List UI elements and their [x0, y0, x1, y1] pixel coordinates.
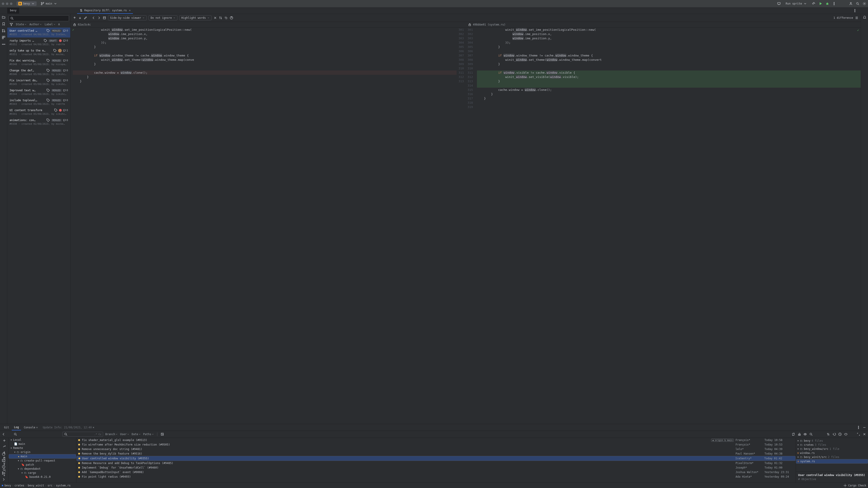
close-dot[interactable]: [2, 2, 4, 5]
bookmarks-icon[interactable]: [2, 22, 5, 26]
detail-crates[interactable]: ▾ 🗀 crates 3 files: [796, 443, 868, 447]
breadcrumb-item[interactable]: bevy_winit: [28, 484, 44, 487]
breadcrumb-item[interactable]: src: [48, 484, 53, 487]
pr-item[interactable]: rusty imports …DRAFT0#9352 · created 04/…: [7, 37, 70, 47]
help-icon[interactable]: [230, 16, 233, 20]
pr-item[interactable]: Fix incorrent do…MERGED0#9345 · created …: [7, 77, 70, 87]
git-icon[interactable]: [2, 471, 5, 475]
breadcrumb-item[interactable]: crates: [14, 484, 24, 487]
forward-icon[interactable]: [97, 16, 101, 20]
pr-item[interactable]: UI content transform0#9341 · created 03/…: [7, 107, 70, 117]
gear-icon[interactable]: [843, 484, 847, 487]
pr-item[interactable]: include toplevel…MERGED0#9343 · created …: [7, 97, 70, 107]
tab-log[interactable]: Log: [12, 424, 21, 430]
folder-icon[interactable]: [2, 15, 5, 19]
run-config[interactable]: Run sprite: [784, 1, 809, 6]
zoom-dot[interactable]: [10, 2, 12, 5]
open-new-tab-icon[interactable]: [160, 432, 164, 436]
pr-item[interactable]: animations: con…MERGED0#9338 · created 0…: [7, 117, 70, 127]
commit-row[interactable]: Fix point light radius (#9493)Ada Hieta*…: [76, 475, 796, 479]
device-icon[interactable]: [777, 2, 781, 5]
more-icon[interactable]: [832, 2, 836, 5]
structure-icon[interactable]: [2, 36, 5, 39]
status-indicator[interactable]: [2, 485, 3, 486]
detail-bwin[interactable]: ▾ 🗀 bevy_winit/src 2 files: [796, 455, 868, 459]
tree-local-main[interactable]: 📄 main: [8, 442, 76, 446]
detail-root[interactable]: ▾ 🗀 bevy 4 files: [796, 439, 868, 443]
next-change-icon[interactable]: [78, 16, 82, 20]
commit-row[interactable]: Remove unnecessary doc string (#9481)lel…: [76, 447, 796, 451]
editor-tab[interactable]: Repository Diff: system.rs ×: [77, 7, 133, 14]
pull-request-icon[interactable]: [2, 29, 5, 33]
tab-git[interactable]: Git: [2, 425, 11, 430]
tree-cpr[interactable]: ▾ 🗀 create-pull-request: [8, 459, 76, 463]
filter-label[interactable]: Label: [44, 23, 55, 26]
vcs-chip[interactable]: main: [39, 1, 59, 6]
collab-icon[interactable]: [849, 2, 852, 5]
filter-author[interactable]: Author: [29, 23, 42, 26]
diff-right-pane[interactable]: 3013023033043053063073083093103113123133…: [466, 28, 861, 424]
goto-icon[interactable]: [809, 432, 813, 436]
gear-icon[interactable]: [224, 16, 228, 20]
pr-item[interactable]: Fix doc warning…MERGED0#9348 · created 0…: [7, 57, 70, 67]
expand-icon[interactable]: [103, 16, 106, 20]
history-icon[interactable]: [838, 432, 842, 436]
debug-icon[interactable]: [826, 2, 829, 5]
case-toggle[interactable]: Cc: [98, 433, 101, 436]
close-icon[interactable]: [863, 432, 866, 436]
log-search[interactable]: .* Cc: [62, 432, 103, 437]
terminal-icon[interactable]: [2, 459, 5, 462]
filter-branch[interactable]: Branch: [105, 433, 118, 436]
rust-icon[interactable]: [2, 452, 5, 456]
pr-item[interactable]: Change the def…MERGED0#9346 · created 03…: [7, 67, 70, 77]
filter-icon[interactable]: [9, 23, 13, 26]
close-tab-icon[interactable]: ×: [129, 9, 131, 12]
more-icon[interactable]: [853, 9, 857, 12]
commit-row[interactable]: fix shader_material_glsl example (#9513)…: [76, 438, 796, 442]
tree-cargo[interactable]: ▾ 🗀 cargo: [8, 471, 76, 475]
tab-update-info[interactable]: Update Info: 21/08/2023, 12:40×: [40, 426, 96, 429]
expand-icon[interactable]: [857, 432, 860, 436]
viewer-select[interactable]: Side-by-side viewer: [108, 15, 147, 20]
detail-bw[interactable]: ▾ 🗀 bevy_window/src 1 file: [796, 447, 868, 451]
notifications-icon[interactable]: [863, 15, 866, 19]
close-icon[interactable]: [213, 16, 217, 20]
highlight-select[interactable]: Highlight words: [179, 15, 211, 20]
breadcrumb-item[interactable]: system.rs: [56, 484, 70, 487]
checkout-icon[interactable]: [2, 445, 6, 448]
detail-system-rs[interactable]: ⚙ system.rs: [796, 459, 868, 464]
tree-dependabot[interactable]: ▾ 🗀 dependabot: [8, 467, 76, 471]
more-icon[interactable]: [857, 426, 860, 429]
compare-icon[interactable]: [827, 432, 830, 436]
commit-row[interactable]: Add `GamepadButtonInput` event (#9008)Jo…: [76, 470, 796, 475]
sync-scroll-icon[interactable]: [219, 16, 222, 20]
pr-item[interactable]: only take up to the m…1#9351 · created 0…: [7, 47, 70, 57]
filter-state[interactable]: State: [16, 23, 27, 26]
list-icon[interactable]: [855, 16, 859, 20]
refresh-icon[interactable]: [792, 432, 795, 436]
close-icon[interactable]: ×: [36, 426, 38, 429]
commit-row[interactable]: Remove Resource and add Debug to TaskPoo…: [76, 461, 796, 465]
minimize-dot[interactable]: [6, 2, 8, 5]
prev-change-icon[interactable]: [73, 16, 76, 20]
filter-date[interactable]: Date: [131, 433, 141, 436]
cherry-pick-icon[interactable]: [798, 432, 801, 436]
filter-paths[interactable]: Paths: [143, 433, 154, 436]
problems-icon[interactable]: [2, 465, 5, 468]
pr-item[interactable]: User controlled …MERGED0#9355 · created …: [7, 28, 70, 37]
regex-toggle[interactable]: .*: [94, 433, 97, 436]
filter-user[interactable]: User: [120, 433, 129, 436]
pr-search[interactable]: [8, 15, 69, 21]
filter-assignee[interactable]: A: [58, 23, 60, 26]
more-icon[interactable]: [2, 42, 5, 46]
expand-rail-icon[interactable]: [2, 478, 5, 481]
build-icon[interactable]: [812, 2, 815, 5]
pr-item[interactable]: Improved text w…MERGED0#9344 · created 0…: [7, 87, 70, 97]
minimize-icon[interactable]: [863, 426, 866, 429]
tree-local[interactable]: ▾ Local: [8, 438, 76, 442]
tab-console[interactable]: Console×: [22, 425, 40, 430]
detail-window-rs[interactable]: ⚙ window.rs: [796, 451, 868, 455]
diff-left-pane[interactable]: winit_window.set_ime_position(LogicalPos…: [70, 28, 466, 424]
close-icon[interactable]: ×: [93, 426, 94, 429]
edit-icon[interactable]: [84, 16, 87, 20]
